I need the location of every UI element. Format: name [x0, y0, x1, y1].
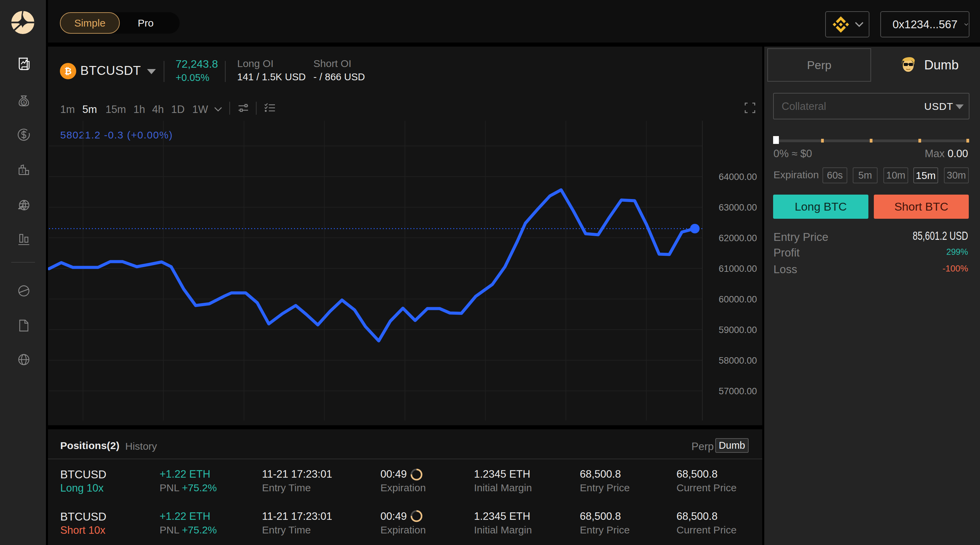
svg-text:59000.00: 59000.00 — [719, 325, 757, 335]
svg-text:1: 1 — [21, 168, 24, 173]
svg-text:58000.00: 58000.00 — [719, 356, 757, 366]
svg-text:57000.00: 57000.00 — [719, 386, 757, 396]
svg-text:63000.00: 63000.00 — [719, 202, 757, 213]
svg-text:64000.00: 64000.00 — [719, 172, 757, 182]
svg-text:62000.00: 62000.00 — [719, 233, 757, 243]
svg-text:₿: ₿ — [64, 66, 72, 76]
svg-text:60000.00: 60000.00 — [719, 294, 757, 305]
svg-text:A: A — [22, 100, 25, 105]
svg-text:61000.00: 61000.00 — [719, 264, 757, 274]
